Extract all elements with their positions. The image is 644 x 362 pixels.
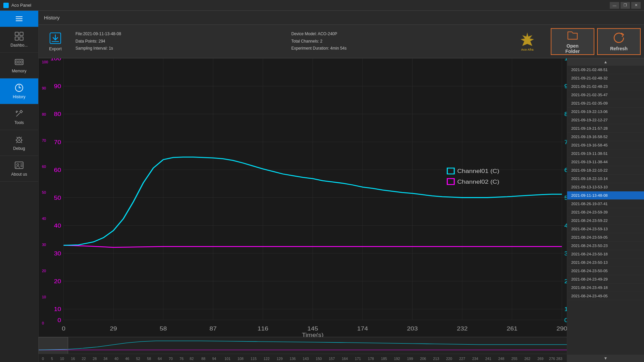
file-list-item[interactable]: 2021-09-19-11-38-44 (567, 158, 644, 166)
scroll-down-button[interactable]: ▼ (567, 355, 644, 362)
svg-text:80: 80 (565, 111, 567, 117)
file-list-item[interactable]: 2021-09-18-22-10-22 (567, 166, 644, 175)
svg-text:136: 136 (290, 357, 296, 361)
svg-rect-80 (39, 337, 68, 354)
svg-text:262: 262 (524, 357, 530, 361)
file-list-item[interactable]: 2021-08-24-23-50-18 (567, 250, 644, 258)
svg-text:122: 122 (264, 357, 270, 361)
svg-text:143: 143 (303, 357, 309, 361)
sidebar-item-memory[interactable]: Memory (0, 53, 38, 78)
file-name: File:2021-09-11-13-48-08 (75, 31, 288, 38)
file-list-item[interactable]: 2021-09-19-21-57-28 (567, 124, 644, 133)
svg-text:40: 40 (54, 223, 61, 229)
svg-text:76: 76 (179, 357, 183, 361)
file-list-item[interactable]: 2021-09-19-16-58-52 (567, 133, 644, 141)
svg-text:28: 28 (93, 357, 97, 361)
file-list-item[interactable]: 2021-08-24-23-49-05 (567, 292, 644, 300)
svg-text:29: 29 (110, 325, 117, 331)
file-list-item[interactable]: 2021-08-24-23-59-39 (567, 208, 644, 217)
sidebar-item-history[interactable]: History (0, 78, 38, 104)
file-list-item[interactable]: 2021-08-24-23-59-05 (567, 233, 644, 242)
svg-text:90: 90 (54, 83, 61, 89)
svg-text:Channel01 (C): Channel01 (C) (457, 168, 499, 174)
toolbar-right: OpenFolder Refresh (551, 28, 641, 55)
file-list-scroll[interactable]: 2021-09-21-02-48-512021-09-21-02-48-3220… (567, 66, 644, 355)
svg-text:0: 0 (57, 317, 61, 323)
file-list-item[interactable]: 2021-08-24-23-59-13 (567, 225, 644, 233)
window-controls: — ❐ ✕ (610, 2, 641, 9)
file-list-item[interactable]: 2021-08-24-23-50-23 (567, 242, 644, 250)
file-list-item[interactable]: 2021-08-24-23-59-22 (567, 217, 644, 225)
device-details: Device Model: ACO-240P Total Channels: 2… (291, 31, 504, 52)
file-list-item[interactable]: 2021-09-19-22-13-06 (567, 108, 644, 116)
restore-button[interactable]: ❐ (621, 2, 630, 9)
file-list-item[interactable]: 2021-08-24-23-49-29 (567, 275, 644, 284)
sampling-interval: Sampling Interval: 1s (75, 45, 288, 52)
svg-text:70: 70 (565, 139, 567, 145)
sidebar-item-dashboard-label: Dashbo... (10, 43, 28, 48)
file-list-item[interactable]: 2021-08-24-23-49-18 (567, 284, 644, 292)
experiment-duration: Experiment Duration: 4min 54s (291, 45, 504, 52)
svg-text:199: 199 (407, 357, 413, 361)
file-list-item[interactable]: 2021-09-19-22-12-27 (567, 116, 644, 124)
svg-text:129: 129 (277, 357, 283, 361)
svg-text:206: 206 (420, 357, 426, 361)
file-list-item[interactable]: 2021-09-21-02-48-32 (567, 74, 644, 82)
scroll-up-button[interactable]: ▲ (567, 58, 644, 66)
file-list-item[interactable]: 2021-09-13-13-53-10 (567, 183, 644, 191)
svg-text:157: 157 (329, 357, 335, 361)
svg-rect-77 (447, 179, 454, 185)
topbar: History (39, 11, 644, 25)
file-list-item[interactable]: 2021-08-26-19-07-41 (567, 200, 644, 208)
file-list-item[interactable]: 2021-09-21-02-48-23 (567, 82, 644, 91)
svg-text:88: 88 (201, 357, 205, 361)
about-icon (14, 161, 24, 170)
refresh-button[interactable]: Refresh (597, 28, 641, 55)
sidebar-item-about[interactable]: About us (0, 156, 38, 182)
file-list-item[interactable]: 2021-09-19-11-38-51 (567, 149, 644, 158)
svg-text:0: 0 (62, 325, 65, 331)
svg-point-12 (17, 164, 19, 166)
file-list-item[interactable]: 2021-08-24-23-50-05 (567, 267, 644, 275)
export-button[interactable]: Export (42, 29, 69, 54)
app-title: Aco Panel (11, 3, 31, 8)
svg-text:16: 16 (71, 357, 75, 361)
mini-chart[interactable] (39, 337, 567, 354)
file-list-item[interactable]: 2021-09-21-02-35-47 (567, 91, 644, 99)
svg-text:290: 290 (556, 325, 567, 331)
svg-text:40: 40 (114, 357, 118, 361)
open-folder-button[interactable]: OpenFolder (551, 28, 594, 55)
sidebar-item-dashboard[interactable]: Dashbo... (0, 27, 38, 53)
svg-text:255: 255 (512, 357, 518, 361)
svg-rect-1 (20, 32, 23, 36)
svg-text:5: 5 (51, 357, 53, 361)
file-list-item[interactable]: 2021-09-21-02-35-09 (567, 99, 644, 108)
svg-text:20: 20 (54, 278, 61, 284)
file-list-item[interactable]: 2021-09-19-16-58-45 (567, 141, 644, 149)
svg-text:10: 10 (54, 306, 61, 312)
minimize-button[interactable]: — (610, 2, 619, 9)
svg-text:10: 10 (565, 306, 567, 312)
file-list-panel: ▲ 2021-09-21-02-48-512021-09-21-02-48-32… (567, 58, 644, 362)
svg-rect-79 (39, 337, 567, 354)
history-icon (14, 83, 24, 93)
sidebar-item-debug[interactable]: Debug (0, 130, 38, 156)
svg-text:100: 100 (50, 58, 61, 62)
svg-text:60: 60 (565, 167, 567, 173)
svg-text:220: 220 (446, 357, 452, 361)
file-list-item[interactable]: 2021-09-18-22-10-14 (567, 175, 644, 183)
sidebar-menu-toggle[interactable] (0, 11, 38, 27)
svg-text:178: 178 (368, 357, 374, 361)
file-list-item[interactable]: 2021-09-21-02-48-51 (567, 66, 644, 74)
chart-container[interactable]: 100 90 80 70 60 50 40 30 20 10 0 (39, 58, 567, 337)
y-axis-left: 100 90 80 70 60 50 40 30 20 10 0 (42, 58, 48, 327)
sidebar-item-tools[interactable]: Tools (0, 104, 38, 130)
svg-text:70: 70 (54, 139, 61, 145)
svg-rect-75 (447, 168, 454, 174)
chart-list: 100 90 80 70 60 50 40 30 20 10 0 (39, 58, 644, 362)
file-list-item[interactable]: 2021-08-24-23-50-13 (567, 258, 644, 267)
close-button[interactable]: ✕ (631, 2, 641, 9)
file-list-item[interactable]: 2021-09-11-13-48-08 (567, 191, 644, 200)
svg-text:Aco Afra: Aco Afra (521, 48, 534, 51)
svg-text:213: 213 (433, 357, 439, 361)
